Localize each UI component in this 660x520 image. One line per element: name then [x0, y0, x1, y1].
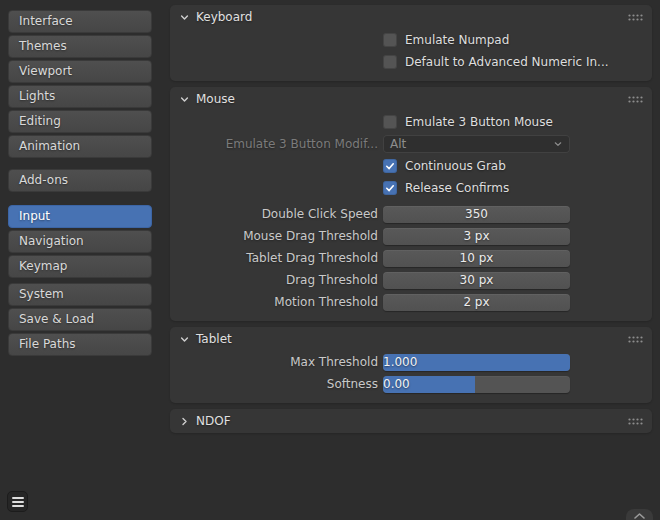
sidebar-item-interface[interactable]: Interface [8, 10, 152, 33]
chevron-down-icon [179, 334, 190, 345]
row-mouse-drag-threshold: Mouse Drag Threshold 3 px [170, 225, 652, 247]
checkmark-icon [384, 160, 396, 172]
row-release-confirms: Release Confirms [170, 177, 652, 199]
sidebar-item-input[interactable]: Input [8, 205, 152, 228]
drag-threshold-field[interactable]: 30 px [383, 272, 570, 289]
sidebar-group-addons: Add-ons [0, 169, 166, 192]
panel-keyboard: Keyboard Emulate Numpad Default to Advan… [170, 5, 652, 81]
checkbox-label: Default to Advanced Numeric In... [405, 55, 609, 69]
preferences-menu-button[interactable] [7, 491, 28, 512]
softness-slider[interactable]: 0.00 [383, 376, 570, 393]
checkbox-label: Emulate Numpad [405, 33, 509, 47]
row-softness: Softness 0.00 [170, 373, 652, 395]
tablet-drag-threshold-field[interactable]: 10 px [383, 250, 570, 267]
panel-mouse: Mouse Emulate 3 Button Mouse Emulate 3 B… [170, 87, 652, 321]
panel-tablet: Tablet Max Threshold 1.000 Softness 0.00 [170, 327, 652, 403]
row-emulate-numpad: Emulate Numpad [170, 29, 652, 51]
hamburger-icon [12, 501, 24, 503]
field-label: Drag Threshold [170, 273, 383, 287]
hamburger-icon [12, 497, 24, 499]
checkbox-label: Release Confirms [405, 181, 509, 195]
checkbox-label: Continuous Grab [405, 159, 506, 173]
sidebar-item-lights[interactable]: Lights [8, 85, 152, 108]
drag-handle-icon[interactable] [628, 336, 643, 343]
slider-value: 0.00 [383, 377, 410, 391]
row-emulate-3-button-modifier: Emulate 3 Button Modif... Alt [170, 133, 652, 155]
chevron-down-icon [179, 94, 190, 105]
field-label: Emulate 3 Button Modif... [170, 137, 383, 151]
chevron-right-icon [179, 416, 190, 427]
drag-handle-icon[interactable] [628, 14, 643, 21]
field-label: Tablet Drag Threshold [170, 251, 383, 265]
chevron-down-icon [179, 12, 190, 23]
panel-ndof-header[interactable]: NDOF [170, 409, 652, 433]
chevron-up-icon [633, 512, 646, 520]
panel-mouse-header[interactable]: Mouse [170, 87, 652, 111]
sidebar-group-general: Interface Themes Viewport Lights Editing… [0, 10, 166, 158]
field-label: Mouse Drag Threshold [170, 229, 383, 243]
drag-handle-icon[interactable] [628, 418, 643, 425]
sidebar-item-animation[interactable]: Animation [8, 135, 152, 158]
row-default-advanced-numeric: Default to Advanced Numeric In... [170, 51, 652, 73]
sidebar: Interface Themes Viewport Lights Editing… [0, 0, 166, 520]
slider-value: 1.000 [383, 355, 417, 369]
sidebar-item-navigation[interactable]: Navigation [8, 230, 152, 253]
panel-keyboard-header[interactable]: Keyboard [170, 5, 652, 29]
continuous-grab-checkbox[interactable] [383, 159, 397, 173]
main-panel-area: Keyboard Emulate Numpad Default to Advan… [170, 0, 652, 439]
preferences-window: Interface Themes Viewport Lights Editing… [0, 0, 660, 520]
row-continuous-grab: Continuous Grab [170, 155, 652, 177]
dropdown-value: Alt [390, 137, 406, 151]
panel-title: NDOF [196, 414, 231, 428]
scroll-up-button[interactable] [626, 509, 653, 520]
sidebar-item-save-load[interactable]: Save & Load [8, 308, 152, 331]
sidebar-group-system: System Save & Load File Paths [0, 283, 166, 356]
motion-threshold-field[interactable]: 2 px [383, 294, 570, 311]
field-label: Double Click Speed [170, 207, 383, 221]
emulate-3-button-mouse-checkbox[interactable] [383, 115, 397, 129]
emulate-numpad-checkbox[interactable] [383, 33, 397, 47]
panel-title: Tablet [196, 332, 232, 346]
sidebar-item-editing[interactable]: Editing [8, 110, 152, 133]
row-double-click-speed: Double Click Speed 350 [170, 203, 652, 225]
sidebar-item-system[interactable]: System [8, 283, 152, 306]
row-tablet-drag-threshold: Tablet Drag Threshold 10 px [170, 247, 652, 269]
sidebar-item-file-paths[interactable]: File Paths [8, 333, 152, 356]
drag-handle-icon[interactable] [628, 96, 643, 103]
checkbox-label: Emulate 3 Button Mouse [405, 115, 553, 129]
sidebar-group-input: Input Navigation Keymap [0, 205, 166, 278]
max-threshold-slider[interactable]: 1.000 [383, 354, 570, 371]
release-confirms-checkbox[interactable] [383, 181, 397, 195]
mouse-drag-threshold-field[interactable]: 3 px [383, 228, 570, 245]
checkmark-icon [384, 182, 396, 194]
double-click-speed-field[interactable]: 350 [383, 206, 570, 223]
field-label: Softness [170, 377, 383, 391]
chevron-down-icon [553, 139, 563, 149]
panel-title: Mouse [196, 92, 235, 106]
sidebar-item-themes[interactable]: Themes [8, 35, 152, 58]
panel-tablet-header[interactable]: Tablet [170, 327, 652, 351]
sidebar-item-addons[interactable]: Add-ons [8, 169, 152, 192]
field-label: Motion Threshold [170, 295, 383, 309]
hamburger-icon [12, 505, 24, 507]
sidebar-item-viewport[interactable]: Viewport [8, 60, 152, 83]
panel-ndof: NDOF [170, 409, 652, 433]
row-drag-threshold: Drag Threshold 30 px [170, 269, 652, 291]
row-motion-threshold: Motion Threshold 2 px [170, 291, 652, 313]
sidebar-item-keymap[interactable]: Keymap [8, 255, 152, 278]
field-label: Max Threshold [170, 355, 383, 369]
panel-title: Keyboard [196, 10, 252, 24]
row-max-threshold: Max Threshold 1.000 [170, 351, 652, 373]
modifier-dropdown[interactable]: Alt [383, 135, 570, 153]
row-emulate-3-button-mouse: Emulate 3 Button Mouse [170, 111, 652, 133]
default-advanced-numeric-checkbox[interactable] [383, 55, 397, 69]
